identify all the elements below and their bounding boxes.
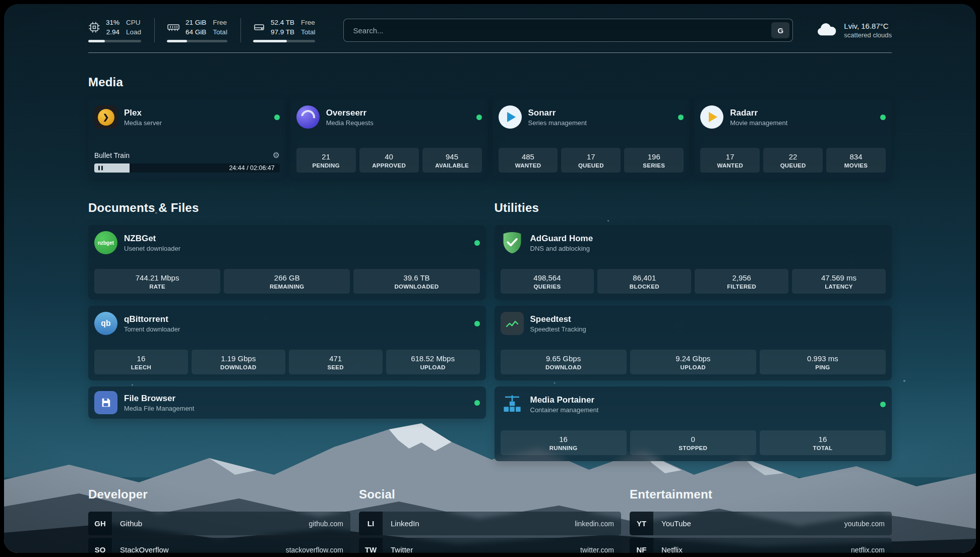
memory-total-label: Total <box>213 28 227 37</box>
disk-total-value: 97.9 TB <box>271 28 294 37</box>
bookmark-badge: LI <box>359 512 383 535</box>
bookmark-twitter[interactable]: TW Twitter twitter.com <box>359 538 621 553</box>
service-subtitle: Media server <box>124 119 162 127</box>
service-name: qBittorrent <box>124 314 180 324</box>
status-dot <box>474 321 480 326</box>
bookmark-domain: youtube.com <box>844 520 885 528</box>
bookmark-github[interactable]: GH Github github.com <box>88 512 350 535</box>
playback-progress-bar[interactable]: 24:44 / 02:06:47 <box>94 163 280 173</box>
stat-wanted: 17 WANTED <box>700 148 760 173</box>
sonarr-icon <box>499 105 522 129</box>
service-name: Media Portainer <box>530 395 599 405</box>
stat-leech: 16 LEECH <box>94 350 188 374</box>
now-playing-title: Bullet Train <box>94 151 130 159</box>
service-card-nzbget[interactable]: nzbget NZBGet Usenet downloader 744.21 M… <box>88 225 486 300</box>
stat-queued: 22 QUEUED <box>763 148 823 173</box>
entertainment-heading: Entertainment <box>630 487 892 502</box>
memory-free-label: Free <box>213 18 227 27</box>
service-card-portainer[interactable]: Media Portainer Container management 16 … <box>495 386 892 461</box>
memory-total-value: 64 GiB <box>186 28 206 37</box>
service-card-plex[interactable]: ❯ Plex Media server Bullet Train ⚙ <box>88 99 286 179</box>
bookmark-name: StackOverflow <box>120 545 169 553</box>
memory-meter <box>167 40 227 42</box>
bookmark-badge: YT <box>630 512 653 535</box>
weather-widget[interactable]: Lviv, 16.87°C scattered clouds <box>816 21 892 39</box>
weather-condition: scattered clouds <box>844 31 892 39</box>
service-subtitle: Usenet downloader <box>124 245 180 252</box>
pause-icon[interactable] <box>98 166 103 171</box>
bookmark-youtube[interactable]: YT YouTube youtube.com <box>630 512 892 535</box>
media-heading: Media <box>88 75 892 89</box>
service-subtitle: Speedtest Tracking <box>530 325 586 333</box>
service-name: AdGuard Home <box>530 234 593 244</box>
stat-download: 1.19 Gbps DOWNLOAD <box>192 350 285 374</box>
search-bar[interactable]: G <box>343 19 793 42</box>
bookmark-badge: GH <box>88 512 112 535</box>
bookmark-badge: NF <box>630 538 653 553</box>
radarr-icon <box>700 105 723 129</box>
bookmark-name: Netflix <box>661 545 683 553</box>
service-name: NZBGet <box>124 234 180 244</box>
stat-ping: 0.993 ms PING <box>760 350 886 374</box>
status-dot <box>880 402 886 407</box>
portainer-icon <box>501 393 524 416</box>
top-bar: 31% CPU 2.94 Load <box>88 18 892 42</box>
dashboard: 31% CPU 2.94 Load <box>4 4 976 553</box>
stat-remaining: 266 GB REMAINING <box>224 269 350 294</box>
service-subtitle: Container management <box>530 406 599 414</box>
stat-movies: 834 MOVIES <box>826 148 886 173</box>
stat-latency: 47.569 ms LATENCY <box>792 269 886 294</box>
stat-upload: 9.24 Gbps UPLOAD <box>630 350 756 374</box>
service-card-qbittorrent[interactable]: qb qBittorrent Torrent downloader 16 <box>88 306 486 380</box>
service-subtitle: Movie management <box>730 119 787 127</box>
bookmark-domain: twitter.com <box>580 546 614 553</box>
disk-free-label: Free <box>301 18 316 27</box>
bookmark-stackoverflow[interactable]: SO StackOverflow stackoverflow.com <box>88 538 350 553</box>
section-utilities: Utilities <box>495 201 892 461</box>
disk-icon <box>253 21 265 33</box>
service-card-overseerr[interactable]: Overseerr Media Requests 21 PENDING <box>290 99 488 179</box>
overseerr-icon <box>296 105 320 129</box>
service-card-radarr[interactable]: Radarr Movie management 17 WANTED 2 <box>694 99 892 179</box>
qbittorrent-icon: qb <box>94 312 117 335</box>
stat-rate: 744.21 Mbps RATE <box>94 269 220 294</box>
status-dot <box>474 240 480 246</box>
disk-stat: 52.4 TB Free 97.9 TB Total <box>253 18 316 42</box>
service-subtitle: Series management <box>528 119 587 127</box>
cpu-icon <box>88 21 100 33</box>
bookmark-name: LinkedIn <box>391 519 419 528</box>
filebrowser-icon <box>94 391 117 414</box>
cpu-stat: 31% CPU 2.94 Load <box>88 18 155 42</box>
memory-icon <box>167 21 180 33</box>
stat-downloaded: 39.6 TB DOWNLOADED <box>353 269 479 294</box>
topbar-divider <box>88 52 892 53</box>
stat-pending: 21 PENDING <box>296 148 356 173</box>
status-dot <box>476 115 482 120</box>
plex-icon: ❯ <box>94 105 117 129</box>
cpu-load-label: Load <box>126 28 141 37</box>
stat-queries: 498,564 QUERIES <box>501 269 594 294</box>
bookmarks-social: Social LI LinkedIn linkedin.com TW Twitt… <box>359 487 621 553</box>
search-input[interactable] <box>352 26 771 35</box>
stat-series: 196 SERIES <box>624 148 684 173</box>
nzbget-icon: nzbget <box>94 231 117 254</box>
service-subtitle: Torrent downloader <box>124 325 180 333</box>
service-card-speedtest[interactable]: Speedtest Speedtest Tracking 9.65 Gbps D… <box>495 306 892 380</box>
cloud-icon <box>816 21 837 39</box>
screen-frame: 31% CPU 2.94 Load <box>0 0 980 557</box>
service-card-adguard[interactable]: AdGuard Home DNS and adblocking 498,564 … <box>495 225 892 300</box>
bookmark-badge: SO <box>88 538 112 553</box>
bookmark-linkedin[interactable]: LI LinkedIn linkedin.com <box>359 512 621 535</box>
status-dot <box>678 115 684 120</box>
search-provider-button[interactable]: G <box>771 22 789 38</box>
utilities-heading: Utilities <box>495 201 892 215</box>
bookmark-domain: linkedin.com <box>575 520 614 528</box>
status-dot <box>274 115 280 120</box>
service-subtitle: Media File Management <box>124 405 194 412</box>
service-card-sonarr[interactable]: Sonarr Series management 485 WANTED <box>493 99 690 179</box>
service-name: Radarr <box>730 108 787 118</box>
bookmark-netflix[interactable]: NF Netflix netflix.com <box>630 538 892 553</box>
service-card-filebrowser[interactable]: File Browser Media File Management <box>88 386 486 419</box>
bookmark-badge: TW <box>359 538 383 553</box>
gear-icon[interactable]: ⚙ <box>272 151 279 159</box>
